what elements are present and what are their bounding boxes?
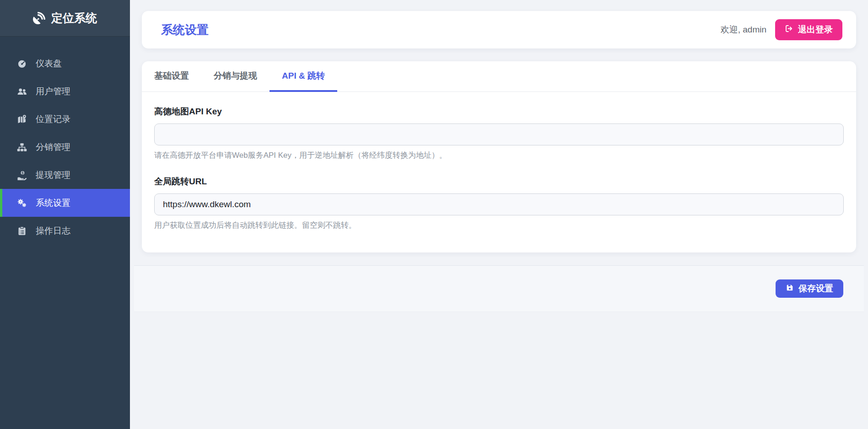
sign-out-icon <box>785 24 793 35</box>
logout-button-label: 退出登录 <box>798 24 833 36</box>
sidebar-item-operation-logs[interactable]: 操作日志 <box>0 217 130 245</box>
tab-distribution-withdrawal[interactable]: 分销与提现 <box>201 61 270 92</box>
global-redirect-url-input[interactable] <box>154 193 844 215</box>
header-right: 欢迎, admin 退出登录 <box>721 19 842 40</box>
sidebar-item-system-settings[interactable]: 系统设置 <box>0 189 130 217</box>
tab-label: 基础设置 <box>154 70 189 82</box>
sidebar: 定位系统 仪表盘 用户管理 位置记录 <box>0 0 130 429</box>
hand-holding-dollar-icon <box>16 170 28 180</box>
global-redirect-url-field-group: 全局跳转URL 用户获取位置成功后将自动跳转到此链接。留空则不跳转。 <box>154 176 844 231</box>
sidebar-item-label: 系统设置 <box>36 197 70 209</box>
sidebar-nav: 仪表盘 用户管理 位置记录 分销管理 <box>0 37 130 245</box>
settings-card: 基础设置 分销与提现 API & 跳转 高德地图API Key 请在高德开放平台… <box>142 61 856 252</box>
page-header: 系统设置 欢迎, admin 退出登录 <box>142 11 856 48</box>
sidebar-item-label: 位置记录 <box>36 113 70 125</box>
users-icon <box>16 86 28 97</box>
save-icon <box>786 284 794 294</box>
gauge-icon <box>16 59 28 69</box>
sidebar-item-distribution[interactable]: 分销管理 <box>0 133 130 161</box>
app-logo: 定位系统 <box>0 0 130 37</box>
global-redirect-url-help: 用户获取位置成功后将自动跳转到此链接。留空则不跳转。 <box>154 220 844 231</box>
settings-tabs: 基础设置 分销与提现 API & 跳转 <box>142 61 856 92</box>
amap-api-key-label: 高德地图API Key <box>154 106 844 118</box>
sidebar-item-label: 分销管理 <box>36 141 70 153</box>
sidebar-item-label: 提现管理 <box>36 169 70 181</box>
welcome-text: 欢迎, admin <box>721 24 766 36</box>
form-footer: 保存设置 <box>134 265 864 312</box>
sidebar-item-withdrawals[interactable]: 提现管理 <box>0 161 130 189</box>
sidebar-item-label: 用户管理 <box>36 86 70 97</box>
global-redirect-url-label: 全局跳转URL <box>154 176 844 188</box>
save-settings-button-label: 保存设置 <box>798 283 833 295</box>
satellite-dish-icon <box>33 12 45 24</box>
sidebar-item-label: 仪表盘 <box>36 58 62 70</box>
sidebar-item-dashboard[interactable]: 仪表盘 <box>0 49 130 77</box>
map-marker-icon <box>16 114 28 124</box>
gears-icon <box>16 198 28 208</box>
app-title: 定位系统 <box>51 11 97 26</box>
tab-basic-settings[interactable]: 基础设置 <box>142 61 201 92</box>
clipboard-list-icon <box>16 226 28 236</box>
save-settings-button[interactable]: 保存设置 <box>776 279 843 298</box>
main-content: 系统设置 欢迎, admin 退出登录 基础设置 分销与提现 <box>130 0 868 429</box>
tab-panel-api-redirect: 高德地图API Key 请在高德开放平台申请Web服务API Key，用于逆地址… <box>142 92 856 231</box>
logout-button[interactable]: 退出登录 <box>775 19 842 40</box>
sidebar-item-users[interactable]: 用户管理 <box>0 77 130 105</box>
sidebar-item-location-records[interactable]: 位置记录 <box>0 105 130 133</box>
tab-label: 分销与提现 <box>214 70 257 82</box>
sitemap-icon <box>16 142 28 152</box>
sidebar-item-label: 操作日志 <box>36 225 70 237</box>
amap-api-key-help: 请在高德开放平台申请Web服务API Key，用于逆地址解析（将经纬度转换为地址… <box>154 150 844 161</box>
tab-label: API & 跳转 <box>282 70 325 82</box>
amap-api-key-field-group: 高德地图API Key 请在高德开放平台申请Web服务API Key，用于逆地址… <box>154 106 844 161</box>
page-title: 系统设置 <box>161 22 209 38</box>
tab-api-redirect[interactable]: API & 跳转 <box>270 61 337 92</box>
app-root: 定位系统 仪表盘 用户管理 位置记录 <box>0 0 868 429</box>
amap-api-key-input[interactable] <box>154 123 844 145</box>
